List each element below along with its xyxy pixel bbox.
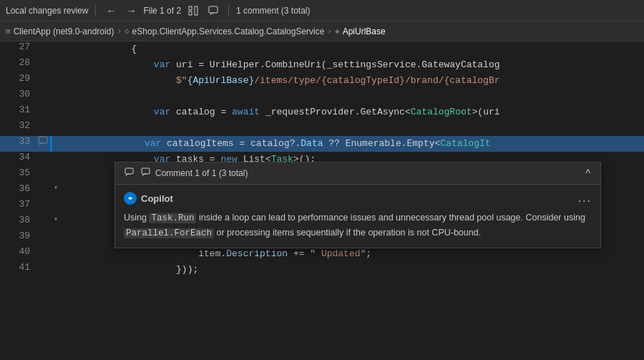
svg-rect-6 — [142, 168, 150, 174]
line-content: item.Description += " Updated"; — [62, 246, 644, 262]
toolbar-divider2 — [228, 5, 229, 16]
file-counter: File 1 of 2 — [143, 6, 181, 16]
line-number: 39 — [0, 230, 36, 241]
line-number: 34 — [0, 152, 36, 162]
line-number: 31 — [0, 104, 36, 115]
breadcrumb-member[interactable]: ApiUrlBase — [343, 26, 386, 37]
comment-close-button[interactable]: ^ — [582, 167, 593, 180]
line-indicator[interactable]: ▾ — [50, 215, 62, 223]
local-changes-label: Local changes review — [6, 6, 88, 16]
line-number: 36 — [0, 183, 36, 194]
comment-icon-area[interactable] — [36, 136, 50, 146]
breadcrumb-sep2: › — [327, 27, 332, 36]
editor: 27 {28 var uri = UriHelper.CombineUri(_s… — [0, 42, 644, 360]
svg-rect-0 — [189, 6, 192, 10]
toolbar-divider — [95, 5, 96, 16]
comment-nav-label: Comment 1 of 1 (3 total) — [155, 168, 248, 178]
comment-popup: Comment 1 of 1 (3 total) ^ Copilot ... U… — [114, 162, 601, 248]
code-line: 33 var catalogItems = catalog?.Data ?? E… — [0, 136, 644, 152]
line-number: 40 — [0, 246, 36, 257]
copilot-icon — [124, 192, 137, 205]
member-icon: ◈ — [335, 26, 340, 36]
line-content: })); — [62, 262, 644, 278]
breadcrumb-project[interactable]: ClientApp (net9.0-android) — [14, 26, 114, 37]
line-number: 35 — [0, 167, 36, 178]
comment-author: Copilot — [124, 192, 173, 205]
comment-popup-header: Comment 1 of 1 (3 total) ^ — [115, 162, 600, 185]
svg-rect-3 — [209, 6, 218, 13]
line-content: { — [62, 42, 644, 57]
code-line: 41 })); — [0, 262, 644, 278]
namespace-icon: ◇ — [125, 26, 130, 36]
file-tree-button[interactable] — [185, 4, 201, 17]
line-content: $"{ApiUrlBase}/items/type/{catalogTypeId… — [62, 73, 644, 89]
comment-body: Copilot ... Using Task.Run inside a loop… — [115, 185, 600, 248]
line-number: 37 — [0, 199, 36, 210]
line-content: var catalogItems = catalog?.Data ?? Enum… — [52, 136, 644, 152]
breadcrumb-bar: ⊞ ClientApp (net9.0-android) › ◇ eShop.C… — [0, 21, 644, 42]
line-number: 29 — [0, 73, 36, 84]
code-line: 27 { — [0, 42, 644, 57]
line-indicator[interactable]: ▾ — [50, 183, 62, 192]
line-content: var catalog = await _requestProvider.Get… — [62, 104, 644, 120]
svg-rect-5 — [125, 168, 133, 174]
line-number: 30 — [0, 89, 36, 99]
project-icon: ⊞ — [6, 26, 11, 36]
comment-badge: 1 comment (3 total) — [236, 6, 310, 16]
breadcrumb-sep1: › — [117, 27, 122, 36]
author-name: Copilot — [141, 193, 173, 204]
svg-rect-4 — [39, 137, 47, 143]
comment-text: Using Task.Run inside a loop can lead to… — [124, 210, 592, 240]
line-number: 41 — [0, 262, 36, 273]
line-number: 32 — [0, 120, 36, 131]
line-number: 38 — [0, 215, 36, 225]
toolbar: Local changes review ← → File 1 of 2 1 c… — [0, 0, 644, 21]
comment-icon — [122, 167, 136, 180]
code-line: 30 — [0, 89, 644, 104]
comment-nav-button[interactable] — [205, 4, 221, 17]
line-number: 33 — [0, 136, 36, 147]
breadcrumb-namespace[interactable]: eShop.ClientApp.Services.Catalog.Catalog… — [132, 26, 325, 37]
comment-popup-nav: Comment 1 of 1 (3 total) — [122, 167, 578, 180]
svg-rect-1 — [195, 6, 197, 15]
line-content: var uri = UriHelper.CombineUri(_settings… — [62, 57, 644, 73]
code-line: 28 var uri = UriHelper.CombineUri(_setti… — [0, 57, 644, 73]
nav-forward-button[interactable]: → — [123, 4, 139, 18]
code-line: 40 item.Description += " Updated"; — [0, 246, 644, 262]
nav-back-button[interactable]: ← — [103, 4, 119, 18]
code-line: 31 var catalog = await _requestProvider.… — [0, 104, 644, 120]
comment-more-button[interactable]: ... — [578, 192, 592, 205]
comment-author-row: Copilot ... — [124, 192, 592, 205]
comment-icon2 — [139, 167, 152, 180]
code-line: 29 $"{ApiUrlBase}/items/type/{catalogTyp… — [0, 73, 644, 89]
code-line: 32 — [0, 120, 644, 136]
line-number: 28 — [0, 57, 36, 68]
svg-rect-2 — [189, 11, 192, 15]
line-number: 27 — [0, 42, 36, 52]
